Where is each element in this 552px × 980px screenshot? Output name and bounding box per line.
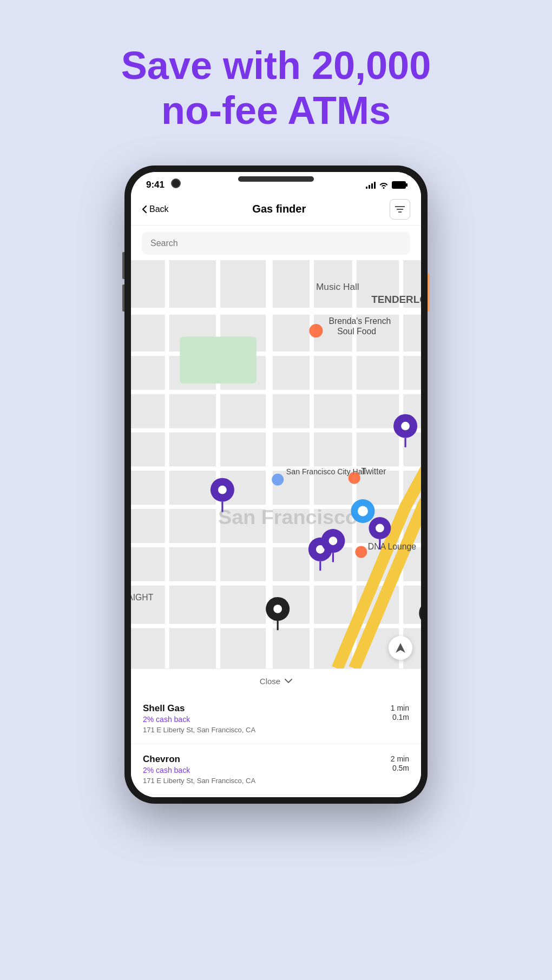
filter-button[interactable] <box>390 199 410 220</box>
back-label: Back <box>149 204 169 214</box>
station-info: Chevron 2% cash back 171 E Liberty St, S… <box>143 754 255 785</box>
station-name: Shell Gas <box>143 703 255 714</box>
svg-point-40 <box>272 473 284 485</box>
phone-notch <box>238 176 314 182</box>
phone-screen: 9:41 <box>131 172 421 797</box>
svg-point-67 <box>329 537 338 545</box>
svg-text:Brenda's French: Brenda's French <box>329 316 391 326</box>
volume-down-button <box>122 284 124 312</box>
filter-icon <box>395 206 405 213</box>
svg-point-79 <box>376 524 384 532</box>
svg-point-34 <box>309 324 323 337</box>
svg-rect-21 <box>180 336 257 383</box>
svg-marker-83 <box>396 643 405 653</box>
headline-line1: Save with 20,000 <box>121 44 431 87</box>
station-cashback: 2% cash back <box>143 766 255 774</box>
station-name: Chevron <box>143 754 255 765</box>
close-handle[interactable]: Close <box>131 668 421 693</box>
status-time: 9:41 <box>146 180 165 190</box>
search-input-wrap[interactable] <box>142 232 410 255</box>
back-chevron-icon <box>142 205 147 214</box>
station-distance: 1 min 0.1m <box>391 703 409 721</box>
phone-camera <box>171 178 181 188</box>
phone-outer: 9:41 <box>124 165 428 804</box>
status-icons <box>366 181 406 189</box>
svg-text:TENDERLOIN: TENDERLOIN <box>371 293 421 304</box>
svg-text:Soul Food: Soul Food <box>337 326 376 335</box>
svg-text:San Francisco: San Francisco <box>218 505 358 528</box>
svg-text:WER HAIGHT: WER HAIGHT <box>131 593 154 602</box>
chevron-down-icon <box>285 679 292 684</box>
map-svg: ST FRANCIS SQUARE Music Hall TENDERLOIN … <box>131 260 421 668</box>
svg-point-42 <box>349 472 360 484</box>
list-item[interactable]: Chevron 2% cash back 171 E Liberty St, S… <box>131 744 421 795</box>
svg-point-53 <box>358 506 368 516</box>
list-item[interactable]: Shell Gas 2% cash back 171 E Liberty St,… <box>131 693 421 744</box>
station-info: Shell Gas 2% cash back 171 E Liberty St,… <box>143 703 255 734</box>
svg-point-55 <box>218 485 227 494</box>
search-input[interactable] <box>150 239 402 248</box>
svg-text:Twitter: Twitter <box>361 467 386 476</box>
location-arrow-icon <box>395 642 406 654</box>
svg-point-44 <box>355 546 367 558</box>
close-label: Close <box>260 677 280 686</box>
phone-mockup: 9:41 <box>124 165 428 815</box>
headline: Save with 20,000 no-fee ATMs <box>89 43 463 133</box>
station-address: 171 E Liberty St, San Francisco, CA <box>143 726 255 734</box>
svg-text:Music Hall: Music Hall <box>316 281 359 292</box>
volume-up-button <box>122 252 124 279</box>
station-address: 171 E Liberty St, San Francisco, CA <box>143 777 255 785</box>
back-button[interactable]: Back <box>142 204 169 214</box>
nav-bar: Back Gas finder <box>131 194 421 226</box>
wifi-icon <box>379 181 389 189</box>
signal-icon <box>366 181 376 189</box>
battery-icon <box>392 181 406 189</box>
station-cashback: 2% cash back <box>143 715 255 724</box>
svg-point-58 <box>401 421 410 430</box>
svg-text:DNA Lounge: DNA Lounge <box>368 541 416 551</box>
station-distance: 2 min 0.5m <box>391 754 409 772</box>
search-bar <box>131 226 421 260</box>
power-button <box>428 274 430 312</box>
station-list: Shell Gas 2% cash back 171 E Liberty St,… <box>131 693 421 797</box>
headline-line2: no-fee ATMs <box>161 89 391 132</box>
station-miles: 0.5m <box>391 764 409 772</box>
svg-point-73 <box>273 605 282 613</box>
nav-title: Gas finder <box>252 203 306 215</box>
location-button[interactable] <box>389 636 412 660</box>
station-time: 2 min <box>391 754 409 763</box>
map-area[interactable]: ST FRANCIS SQUARE Music Hall TENDERLOIN … <box>131 260 421 668</box>
station-miles: 0.1m <box>391 713 409 721</box>
station-time: 1 min <box>391 704 409 712</box>
